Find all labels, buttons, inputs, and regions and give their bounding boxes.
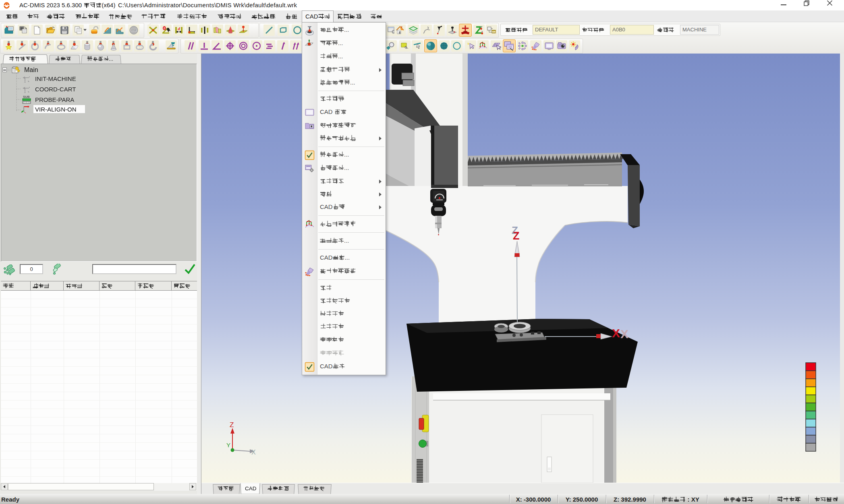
- svg-text:SUB: SUB: [23, 95, 30, 99]
- svg-text:SIB: SIB: [492, 31, 496, 33]
- svg-text:STOP: STOP: [131, 29, 137, 31]
- svg-text:d: d: [178, 26, 180, 31]
- svg-text:X: X: [620, 327, 628, 341]
- svg-text:θ: θ: [164, 27, 165, 30]
- svg-text:Z: Z: [513, 230, 520, 242]
- svg-text:X: X: [251, 449, 256, 456]
- svg-text:X: X: [612, 326, 620, 340]
- svg-text:Y: Y: [226, 442, 230, 448]
- svg-text:Z: Z: [230, 421, 234, 429]
